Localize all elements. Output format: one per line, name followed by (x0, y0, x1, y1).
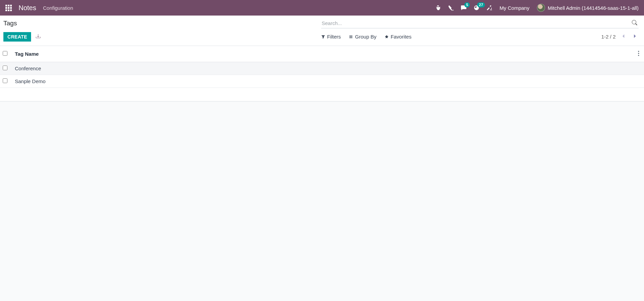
activities-icon[interactable]: 27 (474, 5, 479, 10)
tools-icon[interactable] (487, 5, 492, 10)
select-all-checkbox[interactable] (3, 51, 7, 56)
navbar-right: 5 27 My Company Mitchell Admin (14414546… (435, 4, 639, 12)
row-checkbox[interactable] (3, 78, 7, 83)
debug-icon[interactable] (435, 5, 441, 10)
download-icon (36, 34, 41, 39)
chevron-left-icon (621, 34, 626, 39)
table-row[interactable]: Conference (0, 62, 644, 75)
star-icon (385, 35, 389, 39)
search-button[interactable] (630, 19, 639, 28)
cell-tag-name: Conference (12, 62, 634, 75)
nav-configuration[interactable]: Configuration (43, 5, 73, 11)
table-header-row: Tag Name (0, 46, 644, 62)
svg-point-0 (638, 51, 639, 52)
navbar: Notes Configuration 5 27 My Company Mitc… (0, 0, 644, 16)
apps-icon[interactable] (5, 5, 12, 11)
control-panel: Tags CREATE Filters (0, 16, 644, 46)
messages-icon[interactable]: 5 (461, 5, 466, 10)
messages-badge: 5 (464, 2, 470, 7)
filter-icon (321, 35, 325, 39)
cell-tag-name: Sanple Demo (12, 75, 634, 88)
pager: 1-2 / 2 (601, 32, 639, 41)
svg-point-1 (638, 53, 639, 54)
pager-prev[interactable] (620, 32, 627, 41)
pager-value[interactable]: 1-2 / 2 (601, 34, 616, 40)
create-button[interactable]: CREATE (3, 32, 31, 42)
activities-badge: 27 (477, 2, 485, 7)
empty-area (0, 101, 644, 236)
kebab-icon (638, 51, 639, 56)
table-footer-row (0, 88, 644, 101)
tags-table: Tag Name Conference Sanple Demo (0, 46, 644, 101)
favorites-label: Favorites (391, 34, 412, 40)
search-bar (321, 18, 639, 28)
optional-columns-button[interactable] (637, 49, 641, 58)
export-button[interactable] (33, 32, 43, 42)
filters-label: Filters (327, 34, 341, 40)
page-title: Tags (3, 20, 17, 27)
col-tag-name[interactable]: Tag Name (12, 46, 634, 62)
groupby-label: Group By (355, 34, 376, 40)
list-icon (349, 35, 353, 39)
chevron-right-icon (633, 34, 637, 39)
table-row[interactable]: Sanple Demo (0, 75, 644, 88)
user-name: Mitchell Admin (14414546-saas-15-1-all) (548, 5, 639, 11)
groupby-menu[interactable]: Group By (349, 34, 376, 40)
navbar-left: Notes Configuration (5, 4, 73, 12)
filters-menu[interactable]: Filters (321, 34, 341, 40)
row-checkbox[interactable] (3, 66, 7, 70)
pager-next[interactable] (631, 32, 639, 41)
avatar (537, 4, 545, 12)
svg-point-2 (638, 55, 639, 56)
search-options: Filters Group By Favorites (321, 34, 412, 40)
user-menu[interactable]: Mitchell Admin (14414546-saas-15-1-all) (537, 4, 639, 12)
phone-icon[interactable] (448, 5, 454, 10)
search-input[interactable] (321, 18, 631, 28)
company-selector[interactable]: My Company (499, 5, 529, 11)
favorites-menu[interactable]: Favorites (385, 34, 412, 40)
search-icon (632, 20, 637, 25)
app-brand[interactable]: Notes (19, 4, 36, 12)
list-view: Tag Name Conference Sanple Demo (0, 46, 644, 101)
